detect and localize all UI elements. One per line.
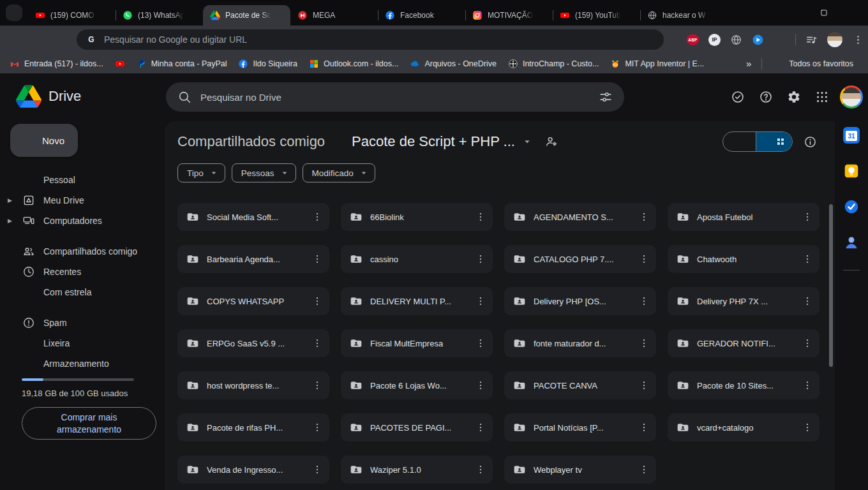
folder-menu-icon[interactable] [471,207,490,226]
folder-menu-icon[interactable] [634,460,654,479]
folder-card[interactable]: DELIVERY MULTI P... [341,287,493,315]
window-close-button[interactable]: M6.5 6.5l11 11M17.5 6.5l-11 11 [839,0,868,26]
folder-card[interactable]: Barbearia Agenda... [177,245,329,273]
browser-tab[interactable]: Pacote de Sc M6.5 6.5l11 11M17.5 6.5l-11… [203,5,290,26]
sidebar-nav-item[interactable]: ▶ Computadores [0,211,165,231]
sidebar-nav-item[interactable]: ▶ Spam [0,313,165,333]
bookmark-item[interactable]: Outlook.com - ildos... [303,57,404,71]
new-tab-button[interactable]: M12 5v14M5 12h14 [733,6,751,24]
ip-lookup-icon[interactable]: IP [708,34,721,46]
tab-close-icon[interactable]: M6.5 6.5l11 11M17.5 6.5l-11 11 [364,10,374,20]
bookmark-item[interactable] [109,57,131,71]
folder-card[interactable]: Webplayer tv [504,456,656,484]
folder-card[interactable]: fonte maturador d... [504,329,656,357]
settings-button[interactable] [780,83,808,111]
browser-tab[interactable]: (159) YouTub M6.5 6.5l11 11M17.5 6.5l-11… [553,5,640,26]
browser-profile-avatar[interactable] [827,32,842,47]
browser-tab[interactable]: (159) COMO M6.5 6.5l11 11M17.5 6.5l-11 1… [28,5,116,26]
sidebar-nav-item[interactable]: ▶ Compartilhados comigo [0,241,165,262]
folder-card[interactable]: GERADOR NOTIFI... [668,329,819,357]
folder-menu-icon[interactable] [471,376,490,395]
folder-menu-icon[interactable] [308,376,327,395]
folder-card[interactable]: PACOTE CANVA [504,371,656,399]
tab-search-button[interactable]: M7 10l5 5 5-5 [6,4,22,21]
tab-close-icon[interactable]: M6.5 6.5l11 11M17.5 6.5l-11 11 [101,10,112,20]
filter-chip[interactable]: Modificado [303,163,375,182]
bookmark-item[interactable]: IntroChamp - Custo... [502,57,605,71]
caret-down-icon[interactable] [521,135,534,148]
proxy-globe-icon[interactable] [730,34,742,46]
back-button[interactable]: M19 12H5.5M11 6l-6 6 6 6 [6,30,26,49]
folder-card[interactable]: Portal Notícias [P... [504,413,656,442]
bookmark-item[interactable]: Minha conta - PayPal [131,57,233,71]
google-keep-icon[interactable] [843,163,860,179]
bookmark-item[interactable]: Ildo Siqueira [232,57,303,71]
folder-menu-icon[interactable] [471,292,490,311]
folder-card[interactable]: CATALOGO PHP 7.... [504,245,656,273]
adblock-plus-icon[interactable]: ABP [687,34,699,45]
forward-button[interactable]: M5 12h13.5M13 6l6 6-6 6 [29,30,48,49]
folder-menu-icon[interactable] [634,207,654,226]
browser-menu-icon[interactable] [852,34,864,46]
expand-arrow-icon[interactable]: ▶ [8,197,18,204]
folder-card[interactable]: Delivery PHP [OS... [504,287,656,315]
folder-menu-icon[interactable] [308,334,327,353]
folder-card[interactable]: Fiscal MultEmpresa [341,329,493,357]
manage-members-icon[interactable] [544,135,558,149]
browser-tab[interactable]: MOTIVAÇÃO M6.5 6.5l11 11M17.5 6.5l-11 11 [465,5,553,26]
sidebar-nav-item[interactable]: ▶ M4.5 10.5 12 4.5l7.5 6v8a1 1 0 0 1-1 1… [0,170,165,190]
folder-menu-icon[interactable] [308,207,327,226]
window-maximize-button[interactable] [809,0,839,26]
address-bar[interactable]: G Pesquisar no Google ou digitar URL [77,29,664,50]
list-view-button[interactable]: M5 7h14M5 12h14M5 17h14 [723,132,756,151]
folder-card[interactable]: Pacote de rifas PH... [177,413,329,442]
folder-menu-icon[interactable] [634,249,654,269]
browser-tab[interactable]: (13) WhatsAp M6.5 6.5l11 11M17.5 6.5l-11… [116,5,203,26]
sidebar-nav-item[interactable]: ▶ M5.5 7h13M9.5 7V5.8a1.3 1.3 0 0 1 1.3-… [0,333,165,353]
folder-card[interactable]: Pacote 6 Lojas Wo... [341,371,493,399]
folder-card[interactable]: PACOTES DE PAGI... [341,413,493,442]
new-button[interactable]: M12 5.5v13M5.5 12h13 Novo [10,124,78,157]
folder-card[interactable]: COPYS WHATSAPP [177,287,329,315]
all-bookmarks-button[interactable]: M3.5 6.5a2 2 0 0 1 2-2h4l2 2.5h7a2 2 0 0… [768,57,859,71]
collapse-panel-icon[interactable]: M9.5 5.5 16 12l-6.5 6.5 [844,462,858,476]
folder-menu-icon[interactable] [471,418,490,437]
extensions-puzzle-icon[interactable]: M20.5 11.5h-1.8V7.4A2.2 2.2 0 0 0 16.5 5… [774,34,786,46]
folder-card[interactable]: Pacote de 10 Sites... [668,371,819,399]
folder-menu-icon[interactable] [634,376,654,395]
folder-card[interactable]: 66Biolink [341,203,493,231]
tab-close-icon[interactable]: M6.5 6.5l11 11M17.5 6.5l-11 11 [539,10,549,20]
bookmark-item[interactable]: Entrada (517) - ildos... [4,57,109,71]
folder-menu-icon[interactable] [634,292,654,311]
sidebar-nav-item[interactable]: ▶ M7.2 18.5h10.1a3.8 3.8 0 0 0 .9-7.5 5.… [0,353,165,374]
folder-menu-icon[interactable] [798,334,817,353]
browser-tab[interactable]: hackear o W M6.5 6.5l11 11M17.5 6.5l-11 … [640,5,728,26]
folder-menu-icon[interactable] [798,418,817,437]
info-icon[interactable] [804,135,817,149]
window-minimize-button[interactable]: M5 12h14 [780,0,809,26]
sidebar-nav-item[interactable]: ▶ Recentes [0,262,165,282]
drive-search-bar[interactable]: Pesquisar no Drive [166,82,624,112]
filter-chip[interactable]: Tipo [177,163,225,182]
folder-menu-icon[interactable] [798,249,817,269]
drive-logo[interactable]: Drive [16,85,81,108]
tab-close-icon[interactable]: M6.5 6.5l11 11M17.5 6.5l-11 11 [189,10,199,20]
folder-card[interactable]: ERPGo SaaS v5.9 ... [177,329,329,357]
folder-menu-icon[interactable] [798,207,817,226]
bookmark-item[interactable]: MIT App Inventor | E... [604,57,710,71]
folder-menu-icon[interactable] [471,334,490,353]
folder-card[interactable]: Delivery PHP 7X ... [668,287,819,315]
folder-menu-icon[interactable] [308,292,327,311]
tab-close-icon[interactable]: M6.5 6.5l11 11M17.5 6.5l-11 11 [276,10,287,20]
folder-menu-icon[interactable] [471,460,490,479]
get-addons-icon[interactable]: M12 5v14M5 12h14 [844,281,859,296]
folder-menu-icon[interactable] [798,292,817,311]
folder-menu-icon[interactable] [634,418,654,437]
google-contacts-icon[interactable] [843,234,860,251]
sidebar-nav-item[interactable]: ▶ M12 4l2.4 5.3 5.8.5-4.4 3.8 1.3 5.7-5.… [0,282,165,302]
bookmarks-overflow-button[interactable]: » [742,58,755,69]
breadcrumb-parent[interactable]: Compartilhados comigo [177,133,325,150]
google-tasks-icon[interactable] [843,198,860,215]
folder-menu-icon[interactable] [798,376,817,395]
folder-card[interactable]: host wordpress te... [177,371,329,399]
